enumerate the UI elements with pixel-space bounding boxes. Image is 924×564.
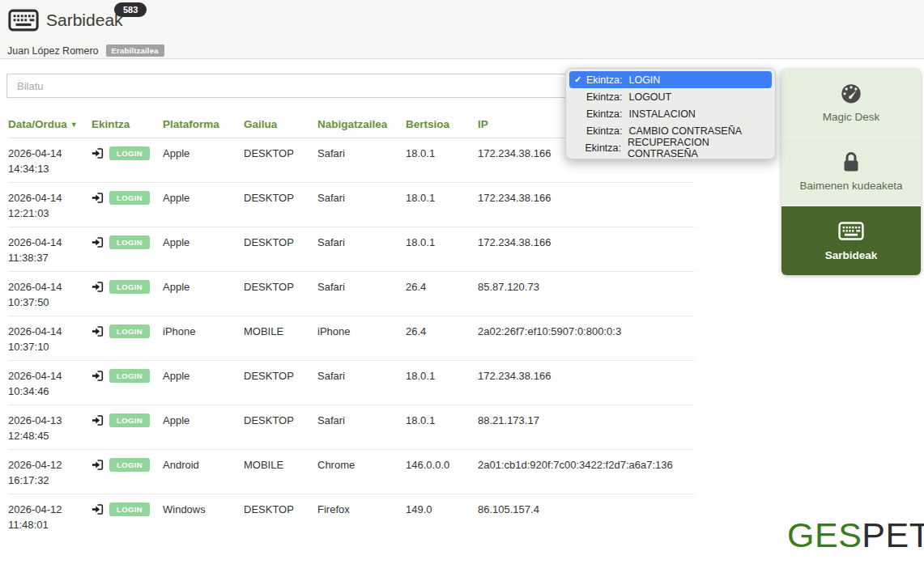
cell-ip: 172.234.38.166 [478,235,694,271]
logo-part-dark: PET [862,515,924,554]
dropdown-option-login[interactable]: ✓ Ekintza: LOGIN [569,71,772,88]
cell-action: LOGIN [92,279,163,316]
cell-version: 18.0.1 [406,235,478,271]
sort-desc-icon: ▼ [70,121,78,129]
column-header-version[interactable]: Bertsioa [406,118,478,130]
cell-action: LOGIN [92,235,163,271]
dropdown-option-logout[interactable]: Ekintza: LOGOUT [569,88,772,105]
cell-platform: Apple [163,368,244,405]
cell-ip: 88.21.173.17 [478,413,694,449]
cell-platform: Apple [163,190,244,227]
column-header-device[interactable]: Gailua [244,118,317,130]
cell-browser: Firefox [317,502,406,539]
time-value: 10:37:10 [8,339,92,354]
sign-in-icon [92,325,104,337]
cell-browser: Safari [317,146,406,182]
sign-in-icon [92,370,104,382]
column-header-browser[interactable]: Nabigatzailea [317,118,406,130]
date-value: 2026-04-14 [8,190,92,206]
date-value: 2026-04-13 [8,413,92,428]
cell-date: 2026-04-13 12:48:45 [8,413,92,449]
cell-platform: Apple [163,279,244,316]
table-row: 2026-04-12 16:17:32 LOGIN Android MOBILE… [8,450,694,494]
date-value: 2026-04-14 [8,368,92,384]
dropdown-option-value: LOGIN [628,74,660,86]
gespet-logo: GESPET [787,515,924,555]
lock-icon [838,151,864,172]
time-value: 10:34:46 [8,384,92,399]
user-name: Juan López Romero [7,45,99,57]
time-value: 11:38:37 [8,250,92,265]
cell-browser: Chrome [317,457,406,494]
cell-browser: Safari [317,368,406,405]
cell-date: 2026-04-14 12:21:03 [8,190,92,227]
cell-date: 2026-04-14 10:34:46 [8,368,92,405]
table-row: 2026-04-14 10:37:10 LOGIN iPhone MOBILE … [8,316,694,361]
time-value: 12:48:45 [8,428,92,443]
table-row: 2026-04-14 10:34:46 LOGIN Apple DESKTOP … [8,361,694,405]
sidebar-item-label: Baimenen kudeaketa [800,180,903,192]
cell-device: DESKTOP [244,146,317,182]
time-value: 14:34:13 [8,161,92,176]
keyboard-icon [8,9,39,32]
sign-in-icon [92,236,104,248]
table-row: 2026-04-12 11:48:01 LOGIN Windows DESKTO… [8,494,694,539]
cell-version: 26.4 [406,279,478,316]
cell-action: LOGIN [92,502,163,539]
cell-device: DESKTOP [244,413,317,449]
cell-version: 18.0.1 [406,190,478,227]
cell-version: 18.0.1 [406,146,478,182]
column-header-platform[interactable]: Plataforma [163,118,244,130]
page-title: Sarbideak [46,11,123,30]
cell-platform: Apple [163,413,244,449]
top-header: Sarbideak 583 Juan López Romero Erabiltz… [0,0,924,59]
cell-date: 2026-04-12 16:17:32 [8,457,92,494]
cell-date: 2026-04-14 14:34:13 [8,146,92,182]
sidebar-item-baimenen-kudeaketa[interactable]: Baimenen kudeaketa [781,138,921,206]
cell-platform: Windows [163,502,244,539]
cell-date: 2026-04-14 10:37:50 [8,279,92,316]
sidebar-item-sarbideak[interactable]: Sarbideak [781,206,921,275]
column-header-date-label: Data/Ordua [8,118,67,130]
time-value: 12:21:03 [8,206,92,221]
cell-platform: Apple [163,235,244,271]
cell-date: 2026-04-14 11:38:37 [8,235,92,271]
title-row: Sarbideak 583 [8,9,123,32]
time-value: 11:48:01 [8,517,92,532]
cell-date: 2026-04-12 11:48:01 [8,502,92,539]
checkmark-icon: ✓ [574,74,586,85]
date-value: 2026-04-14 [8,146,92,161]
user-row: Juan López Romero Erabiltzailea [7,45,164,57]
dropdown-option-value: LOGOUT [628,91,671,103]
cell-device: DESKTOP [244,502,317,539]
action-filter-dropdown: ✓ Ekintza: LOGIN Ekintza: LOGOUT Ekintza… [565,68,776,159]
dropdown-option-label: Ekintza: [586,125,622,137]
count-badge: 583 [114,2,147,17]
action-badge: LOGIN [109,191,150,205]
column-header-date[interactable]: Data/Ordua▼ [8,118,92,130]
table-row: 2026-04-13 12:48:45 LOGIN Apple DESKTOP … [8,405,694,450]
time-value: 16:17:32 [8,473,92,488]
column-header-action[interactable]: Ekintza [92,118,163,130]
cell-version: 18.0.1 [406,368,478,405]
dropdown-option-recuperacion-contrasena[interactable]: Ekintza: RECUPERACION CONTRASEÑA [569,139,772,156]
sign-in-icon [92,459,104,471]
cell-device: DESKTOP [244,190,317,227]
sidebar-item-magic-desk[interactable]: Magic Desk [781,69,921,138]
dropdown-option-value: INSTALACION [628,108,695,120]
dropdown-option-label: Ekintza: [586,91,622,103]
cell-action: LOGIN [92,457,163,494]
date-value: 2026-04-12 [8,457,92,473]
sidebar-item-label: Magic Desk [823,111,880,123]
dropdown-option-instalacion[interactable]: Ekintza: INSTALACION [569,105,772,122]
table-row: 2026-04-14 11:38:37 LOGIN Apple DESKTOP … [8,227,694,272]
cell-platform: Apple [163,146,244,182]
cell-ip: 85.87.120.73 [478,279,694,316]
dropdown-option-label: Ekintza: [586,108,622,120]
time-value: 10:37:50 [8,295,92,310]
cell-version: 149.0 [406,502,478,539]
user-role-badge: Erabiltzailea [106,45,164,57]
cell-device: DESKTOP [244,279,317,316]
action-badge: LOGIN [109,458,150,472]
action-badge: LOGIN [109,146,150,160]
